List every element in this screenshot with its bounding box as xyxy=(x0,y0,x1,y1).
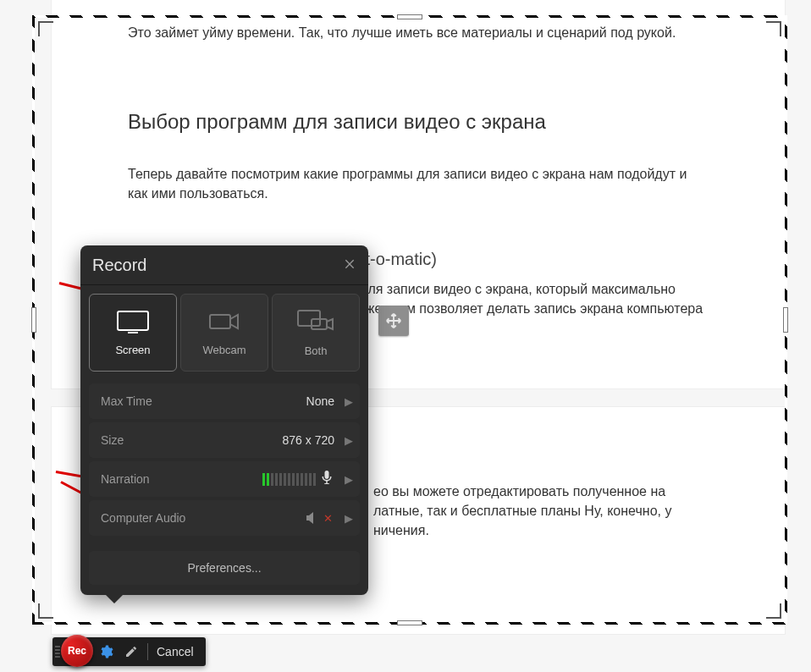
computer-audio-label: Computer Audio xyxy=(101,511,306,525)
row-computer-audio[interactable]: Computer Audio ✕ ▶ xyxy=(89,500,360,536)
narration-meter xyxy=(262,473,316,486)
panel-header: Record xyxy=(80,245,368,285)
move-icon xyxy=(384,311,403,330)
mode-screen-label: Screen xyxy=(115,344,150,356)
panel-title: Record xyxy=(92,256,146,275)
chevron-right-icon: ▶ xyxy=(345,512,353,525)
article-heading: Выбор программ для записи видео с экрана xyxy=(128,110,709,134)
mode-webcam[interactable]: Webcam xyxy=(180,294,268,372)
pencil-icon xyxy=(124,645,138,658)
screen-icon xyxy=(116,310,150,333)
row-size[interactable]: Size 876 x 720 ▶ xyxy=(89,422,360,458)
maxtime-label: Max Time xyxy=(101,394,306,408)
microphone-icon xyxy=(321,471,333,487)
mode-row: Screen Webcam Both xyxy=(80,285,368,380)
record-label: Rec xyxy=(68,645,86,657)
mode-screen[interactable]: Screen xyxy=(89,294,177,372)
close-icon xyxy=(343,257,356,271)
toolbar-separator xyxy=(147,643,148,660)
preferences-label: Preferences... xyxy=(187,561,261,575)
preferences-button[interactable]: Preferences... xyxy=(89,551,360,585)
resize-handle-left[interactable] xyxy=(31,307,36,333)
svg-rect-0 xyxy=(118,311,148,330)
record-panel: Record Screen Webcam Both Max Ti xyxy=(80,245,368,595)
settings-button[interactable] xyxy=(93,644,119,659)
maxtime-value: None xyxy=(306,394,334,408)
move-handle[interactable] xyxy=(378,306,409,336)
settings-rows: Max Time None ▶ Size 876 x 720 ▶ Narrati… xyxy=(80,380,368,543)
mode-both-label: Both xyxy=(305,344,328,357)
svg-rect-1 xyxy=(210,315,230,328)
draw-button[interactable] xyxy=(119,645,144,658)
chevron-right-icon: ▶ xyxy=(345,473,353,486)
article-top-text: Это займет уйму времени. Так, что лучше … xyxy=(128,23,709,42)
row-maxtime[interactable]: Max Time None ▶ xyxy=(89,383,360,419)
close-button[interactable] xyxy=(343,254,356,276)
size-value: 876 x 720 xyxy=(283,433,335,447)
chevron-right-icon: ▶ xyxy=(345,395,353,408)
record-button[interactable]: Rec xyxy=(61,635,93,667)
speaker-off-icon: ✕ xyxy=(306,512,333,525)
row-narration[interactable]: Narration ▶ xyxy=(89,461,360,497)
narration-label: Narration xyxy=(101,472,262,486)
webcam-icon xyxy=(207,310,241,333)
article2-tail: ео вы можете отредактировать полученное … xyxy=(373,482,671,541)
gear-icon xyxy=(98,644,113,659)
both-icon xyxy=(296,309,335,334)
recorder-toolbar[interactable]: Rec Cancel xyxy=(52,637,206,666)
cancel-button[interactable]: Cancel xyxy=(152,645,199,658)
mode-both[interactable]: Both xyxy=(272,294,360,372)
chevron-right-icon: ▶ xyxy=(345,434,353,447)
size-label: Size xyxy=(101,433,283,447)
article-intro: Теперь давайте посмотрим какие программы… xyxy=(128,164,709,203)
mode-webcam-label: Webcam xyxy=(202,344,246,356)
